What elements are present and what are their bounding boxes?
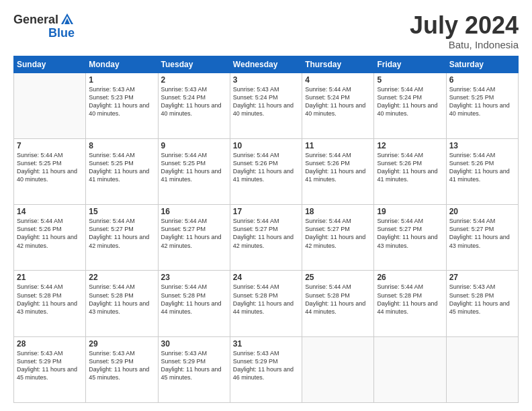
day-cell: 25Sunrise: 5:44 AM Sunset: 5:28 PM Dayli… <box>302 271 374 336</box>
day-info: Sunrise: 5:44 AM Sunset: 5:28 PM Dayligh… <box>377 283 443 316</box>
day-number: 18 <box>305 207 371 216</box>
day-cell: 31Sunrise: 5:43 AM Sunset: 5:29 PM Dayli… <box>230 336 302 402</box>
day-cell: 30Sunrise: 5:43 AM Sunset: 5:29 PM Dayli… <box>158 336 230 402</box>
week-row-2: 7Sunrise: 5:44 AM Sunset: 5:25 PM Daylig… <box>14 138 519 204</box>
day-number: 25 <box>305 273 371 282</box>
col-header-thursday: Thursday <box>302 56 374 73</box>
day-info: Sunrise: 5:43 AM Sunset: 5:28 PM Dayligh… <box>449 283 515 316</box>
day-info: Sunrise: 5:43 AM Sunset: 5:24 PM Dayligh… <box>161 85 227 118</box>
week-row-5: 28Sunrise: 5:43 AM Sunset: 5:29 PM Dayli… <box>14 336 519 402</box>
day-info: Sunrise: 5:44 AM Sunset: 5:25 PM Dayligh… <box>449 85 515 118</box>
day-number: 2 <box>161 75 227 85</box>
day-number: 13 <box>449 141 515 150</box>
day-info: Sunrise: 5:44 AM Sunset: 5:27 PM Dayligh… <box>161 217 227 250</box>
day-number: 14 <box>17 207 83 216</box>
day-cell <box>446 336 518 402</box>
day-cell: 22Sunrise: 5:44 AM Sunset: 5:28 PM Dayli… <box>86 271 158 336</box>
day-info: Sunrise: 5:44 AM Sunset: 5:28 PM Dayligh… <box>305 283 371 316</box>
day-info: Sunrise: 5:44 AM Sunset: 5:24 PM Dayligh… <box>305 85 371 118</box>
day-number: 3 <box>233 75 299 85</box>
day-number: 31 <box>233 339 299 349</box>
week-row-4: 21Sunrise: 5:44 AM Sunset: 5:28 PM Dayli… <box>14 271 519 336</box>
day-number: 15 <box>89 207 154 216</box>
day-cell: 10Sunrise: 5:44 AM Sunset: 5:26 PM Dayli… <box>230 138 302 204</box>
logo-general-text: General <box>13 13 58 26</box>
page: General Blue July 2024 Batu, Indonesia S… <box>0 0 532 411</box>
day-cell <box>14 73 86 138</box>
col-header-saturday: Saturday <box>446 56 518 73</box>
day-number: 6 <box>449 75 515 85</box>
day-info: Sunrise: 5:44 AM Sunset: 5:28 PM Dayligh… <box>89 283 154 316</box>
logo: General Blue <box>13 12 75 39</box>
day-cell: 12Sunrise: 5:44 AM Sunset: 5:26 PM Dayli… <box>374 138 446 204</box>
header: General Blue July 2024 Batu, Indonesia <box>13 12 519 50</box>
day-info: Sunrise: 5:43 AM Sunset: 5:29 PM Dayligh… <box>17 349 83 382</box>
col-header-friday: Friday <box>374 56 446 73</box>
day-number: 4 <box>305 75 371 85</box>
location: Batu, Indonesia <box>410 39 519 50</box>
day-cell: 20Sunrise: 5:44 AM Sunset: 5:27 PM Dayli… <box>446 205 518 271</box>
col-header-wednesday: Wednesday <box>230 56 302 73</box>
day-cell: 6Sunrise: 5:44 AM Sunset: 5:25 PM Daylig… <box>446 73 518 138</box>
day-info: Sunrise: 5:44 AM Sunset: 5:26 PM Dayligh… <box>377 151 443 184</box>
day-cell: 9Sunrise: 5:44 AM Sunset: 5:25 PM Daylig… <box>158 138 230 204</box>
day-number: 20 <box>449 207 515 216</box>
day-cell: 8Sunrise: 5:44 AM Sunset: 5:25 PM Daylig… <box>86 138 158 204</box>
day-info: Sunrise: 5:44 AM Sunset: 5:27 PM Dayligh… <box>449 217 515 250</box>
title-block: July 2024 Batu, Indonesia <box>410 12 519 50</box>
day-number: 11 <box>305 141 371 150</box>
day-info: Sunrise: 5:44 AM Sunset: 5:26 PM Dayligh… <box>17 217 83 250</box>
day-info: Sunrise: 5:43 AM Sunset: 5:29 PM Dayligh… <box>161 349 227 382</box>
day-info: Sunrise: 5:44 AM Sunset: 5:24 PM Dayligh… <box>377 85 443 118</box>
day-cell: 29Sunrise: 5:43 AM Sunset: 5:29 PM Dayli… <box>86 336 158 402</box>
day-number: 27 <box>449 273 515 282</box>
day-number: 5 <box>377 75 443 85</box>
day-cell: 13Sunrise: 5:44 AM Sunset: 5:26 PM Dayli… <box>446 138 518 204</box>
col-header-sunday: Sunday <box>14 56 86 73</box>
day-cell: 5Sunrise: 5:44 AM Sunset: 5:24 PM Daylig… <box>374 73 446 138</box>
day-info: Sunrise: 5:44 AM Sunset: 5:27 PM Dayligh… <box>305 217 371 250</box>
day-number: 10 <box>233 141 299 150</box>
day-number: 19 <box>377 207 443 216</box>
day-number: 26 <box>377 273 443 282</box>
day-info: Sunrise: 5:44 AM Sunset: 5:26 PM Dayligh… <box>449 151 515 184</box>
day-cell: 16Sunrise: 5:44 AM Sunset: 5:27 PM Dayli… <box>158 205 230 271</box>
day-info: Sunrise: 5:44 AM Sunset: 5:28 PM Dayligh… <box>161 283 227 316</box>
week-row-1: 1Sunrise: 5:43 AM Sunset: 5:23 PM Daylig… <box>14 73 519 138</box>
month-year: July 2024 <box>410 12 519 39</box>
day-cell: 28Sunrise: 5:43 AM Sunset: 5:29 PM Dayli… <box>14 336 86 402</box>
logo-blue-text: Blue <box>48 27 75 39</box>
day-info: Sunrise: 5:44 AM Sunset: 5:26 PM Dayligh… <box>305 151 371 184</box>
day-number: 12 <box>377 141 443 150</box>
day-cell: 1Sunrise: 5:43 AM Sunset: 5:23 PM Daylig… <box>86 73 158 138</box>
col-header-monday: Monday <box>86 56 158 73</box>
day-number: 8 <box>89 141 154 150</box>
day-cell: 18Sunrise: 5:44 AM Sunset: 5:27 PM Dayli… <box>302 205 374 271</box>
day-number: 21 <box>17 273 83 282</box>
day-cell: 4Sunrise: 5:44 AM Sunset: 5:24 PM Daylig… <box>302 73 374 138</box>
day-number: 29 <box>89 339 154 349</box>
day-cell: 11Sunrise: 5:44 AM Sunset: 5:26 PM Dayli… <box>302 138 374 204</box>
logo-icon <box>60 12 75 27</box>
day-cell: 3Sunrise: 5:43 AM Sunset: 5:24 PM Daylig… <box>230 73 302 138</box>
day-info: Sunrise: 5:44 AM Sunset: 5:27 PM Dayligh… <box>377 217 443 250</box>
day-cell: 23Sunrise: 5:44 AM Sunset: 5:28 PM Dayli… <box>158 271 230 336</box>
day-number: 22 <box>89 273 154 282</box>
day-cell: 26Sunrise: 5:44 AM Sunset: 5:28 PM Dayli… <box>374 271 446 336</box>
week-row-3: 14Sunrise: 5:44 AM Sunset: 5:26 PM Dayli… <box>14 205 519 271</box>
day-info: Sunrise: 5:44 AM Sunset: 5:25 PM Dayligh… <box>89 151 154 184</box>
day-number: 28 <box>17 339 83 349</box>
day-cell: 7Sunrise: 5:44 AM Sunset: 5:25 PM Daylig… <box>14 138 86 204</box>
day-number: 24 <box>233 273 299 282</box>
day-number: 16 <box>161 207 227 216</box>
column-header-row: SundayMondayTuesdayWednesdayThursdayFrid… <box>14 56 519 73</box>
day-info: Sunrise: 5:44 AM Sunset: 5:26 PM Dayligh… <box>233 151 299 184</box>
day-info: Sunrise: 5:43 AM Sunset: 5:29 PM Dayligh… <box>233 349 299 382</box>
day-cell <box>374 336 446 402</box>
day-number: 23 <box>161 273 227 282</box>
day-cell: 2Sunrise: 5:43 AM Sunset: 5:24 PM Daylig… <box>158 73 230 138</box>
day-cell: 19Sunrise: 5:44 AM Sunset: 5:27 PM Dayli… <box>374 205 446 271</box>
day-info: Sunrise: 5:44 AM Sunset: 5:27 PM Dayligh… <box>89 217 154 250</box>
day-info: Sunrise: 5:44 AM Sunset: 5:25 PM Dayligh… <box>17 151 83 184</box>
day-number: 7 <box>17 141 83 150</box>
